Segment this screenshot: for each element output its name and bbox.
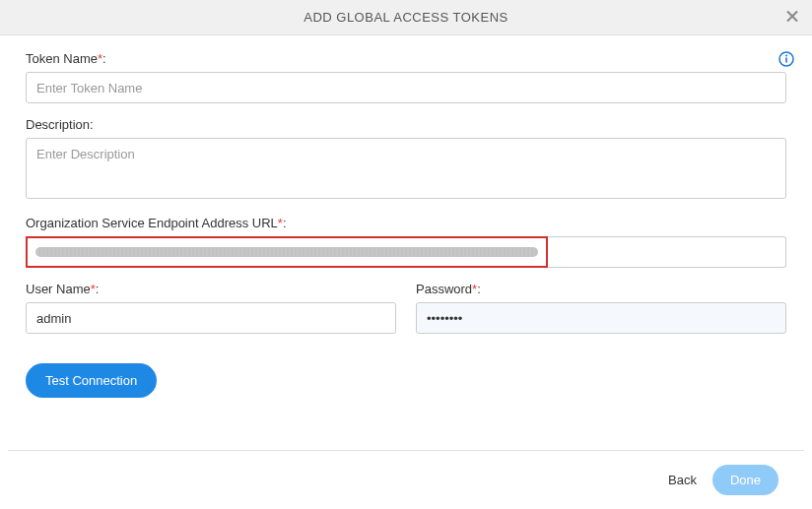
token-name-input[interactable] (26, 72, 786, 103)
endpoint-url-label: Organization Service Endpoint Address UR… (26, 216, 786, 230)
username-label: User Name*: (26, 282, 396, 296)
info-icon[interactable] (778, 51, 794, 70)
svg-point-1 (785, 55, 787, 57)
required-indicator: * (98, 51, 102, 66)
description-input[interactable] (26, 138, 786, 199)
endpoint-url-input[interactable] (26, 236, 548, 268)
password-group: Password*: (416, 282, 786, 334)
done-button[interactable]: Done (712, 465, 778, 495)
endpoint-url-group: Organization Service Endpoint Address UR… (26, 216, 786, 268)
password-input[interactable] (416, 302, 786, 334)
description-label: Description: (26, 117, 786, 132)
required-indicator: * (278, 216, 283, 230)
required-indicator: * (91, 282, 96, 296)
dialog-content: Token Name*: Description: Organization S… (0, 35, 812, 408)
token-name-group: Token Name*: (26, 51, 786, 103)
dialog-header: ADD GLOBAL ACCESS TOKENS (0, 0, 812, 35)
svg-rect-2 (785, 58, 787, 63)
test-connection-button[interactable]: Test Connection (26, 363, 157, 398)
endpoint-url-input-extension[interactable] (548, 236, 786, 268)
username-input[interactable] (26, 302, 396, 334)
description-group: Description: (26, 117, 786, 202)
token-name-label: Token Name*: (26, 51, 786, 66)
dialog-footer: Back Done (8, 450, 804, 509)
password-label: Password*: (416, 282, 786, 296)
required-indicator: * (472, 282, 477, 296)
close-icon[interactable] (784, 8, 800, 27)
back-button[interactable]: Back (668, 473, 697, 487)
endpoint-url-redacted (35, 247, 538, 257)
username-group: User Name*: (26, 282, 396, 334)
dialog-title: ADD GLOBAL ACCESS TOKENS (304, 10, 508, 25)
